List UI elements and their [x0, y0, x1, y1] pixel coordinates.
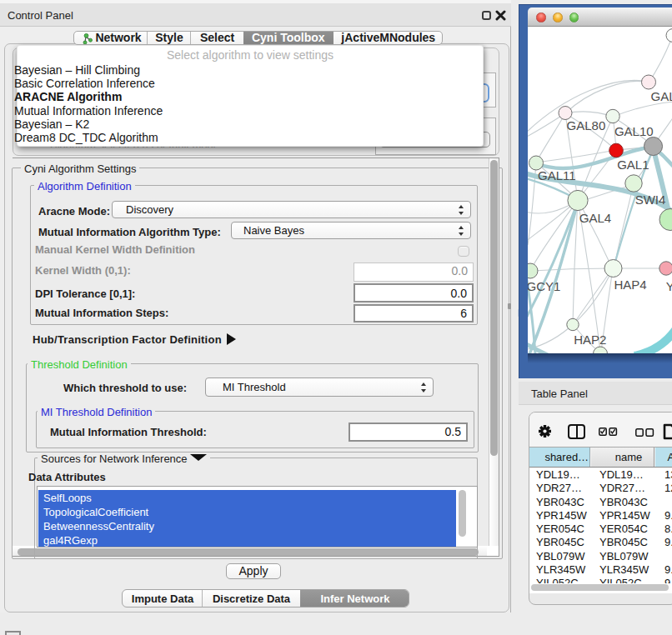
svg-text:GAL11: GAL11	[538, 168, 576, 182]
svg-text:SWI4: SWI4	[635, 192, 666, 206]
svg-text:GAL10: GAL10	[614, 123, 654, 138]
svg-text:HAP4: HAP4	[614, 277, 647, 291]
svg-text:Y: Y	[666, 278, 672, 292]
svg-text:GAL: GAL	[651, 88, 672, 102]
svg-text:GAL1: GAL1	[617, 158, 649, 172]
svg-text:HAP2: HAP2	[574, 332, 606, 346]
svg-text:GCY1: GCY1	[528, 278, 560, 292]
svg-text:GAL80: GAL80	[567, 118, 606, 132]
svg-text:GAL4: GAL4	[579, 210, 611, 224]
